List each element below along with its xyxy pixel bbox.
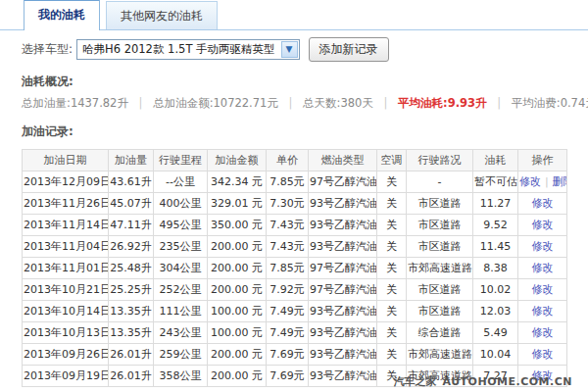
cell-operations: 修改 — [518, 279, 567, 301]
cell-volume: 25.48升 — [109, 258, 154, 279]
cell-cost: 100.00 元 — [208, 322, 267, 344]
cell-price: 7.69元 — [267, 344, 309, 366]
cell-price: 7.92元 — [267, 279, 309, 301]
table-row: 2013年10月21日25.25升252公里200.00 元7.92元97号乙醇… — [23, 279, 567, 301]
total-fuel-volume: 总加油量:1437.82升 — [22, 96, 128, 110]
col-header-price: 单价 — [267, 150, 309, 172]
cell-consumption: 5.49 — [473, 322, 518, 344]
cell-mileage: 111公里 — [154, 301, 208, 322]
table-row: 2013年11月04日26.92升235公里200.00 元7.43元93号乙醇… — [23, 236, 567, 258]
cell-ac: 关 — [377, 301, 407, 322]
cell-mileage: 243公里 — [154, 322, 208, 344]
car-model-select-value: 哈弗H6 2012款 1.5T 手动两驱精英型 — [82, 42, 275, 57]
cell-road: 市区道路 — [407, 236, 473, 258]
car-model-select[interactable]: 哈弗H6 2012款 1.5T 手动两驱精英型 ▼ — [76, 39, 300, 60]
cell-cost: 200.00 元 — [208, 366, 267, 387]
edit-link[interactable]: 修改 — [532, 348, 554, 361]
fuel-records-table: 加油日期 加油量 行驶里程 加油金额 单价 燃油类型 空调 行驶路况 油耗 操作… — [22, 149, 567, 387]
cell-fuel: 93号乙醇汽油 — [309, 301, 377, 322]
edit-link[interactable]: 修改 — [532, 219, 554, 231]
cell-volume: 13.35升 — [109, 322, 154, 344]
chevron-down-icon: ▼ — [281, 41, 298, 58]
cell-operations: 修改 — [518, 322, 567, 344]
cell-fuel: 97号乙醇汽油 — [309, 172, 377, 193]
table-row: 2013年11月26日45.07升400公里329.01 元7.30元93号乙醇… — [23, 193, 567, 215]
cell-price: 7.49元 — [267, 322, 309, 344]
total-days: 总天数:380天 — [303, 96, 373, 110]
cell-ac: 关 — [377, 344, 407, 366]
main-content: 选择车型: 哈弗H6 2012款 1.5T 手动两驱精英型 ▼ 添加新记录 油耗… — [0, 37, 588, 387]
cell-operations: 修改 — [518, 258, 567, 279]
cell-volume: 43.61升 — [109, 172, 154, 193]
cell-date: 2013年11月14日 — [23, 215, 109, 236]
cell-road: 市郊高速道路 — [407, 258, 473, 279]
cell-ac: 关 — [377, 172, 407, 193]
cell-ac: 关 — [377, 322, 407, 344]
cell-operations: 修改|删除 — [518, 172, 567, 193]
edit-link[interactable]: 修改 — [532, 283, 554, 296]
tab-my-fuel[interactable]: 我的油耗 — [24, 0, 100, 30]
cell-price: 7.43元 — [267, 215, 309, 236]
summary-line: 总加油量:1437.82升 | 总加油金额:10722.71元 | 总天数:38… — [22, 96, 566, 111]
cell-date: 2013年11月04日 — [23, 236, 109, 258]
edit-link[interactable]: 修改 — [532, 326, 554, 339]
delete-link[interactable]: 删除 — [553, 175, 567, 188]
cell-volume: 26.01升 — [109, 344, 154, 366]
edit-link[interactable]: 修改 — [532, 262, 554, 274]
cell-fuel: 93号乙醇汽油 — [309, 215, 377, 236]
cell-mileage: 358公里 — [154, 366, 208, 387]
cell-road: 市郊高速道路 — [407, 344, 473, 366]
cell-price: 7.30元 — [267, 193, 309, 215]
cell-fuel: 93号乙醇汽油 — [309, 344, 377, 366]
col-header-operations: 操作 — [518, 150, 567, 172]
cell-volume: 26.92升 — [109, 236, 154, 258]
cell-mileage: 235公里 — [154, 236, 208, 258]
autohome-logo-text: 汽车之家 — [394, 375, 437, 388]
summary-section-title: 油耗概况: — [22, 74, 566, 90]
cell-operations: 修改 — [518, 344, 567, 366]
tab-others-fuel[interactable]: 其他网友的油耗 — [106, 1, 218, 29]
cell-fuel: 93号乙醇汽油 — [309, 193, 377, 215]
add-record-button[interactable]: 添加新记录 — [309, 37, 389, 62]
cell-operations: 修改 — [518, 215, 567, 236]
cell-road: 市区道路 — [407, 301, 473, 322]
cell-mileage: 259公里 — [154, 344, 208, 366]
cell-fuel: 93号乙醇汽油 — [309, 322, 377, 344]
edit-link[interactable]: 修改 — [532, 305, 554, 318]
car-selector-row: 选择车型: 哈弗H6 2012款 1.5T 手动两驱精英型 ▼ 添加新记录 — [22, 37, 566, 61]
cell-cost: 329.01 元 — [208, 193, 267, 215]
edit-link[interactable]: 修改 — [519, 175, 541, 188]
cell-cost: 342.34 元 — [208, 172, 267, 193]
cell-fuel: 97号乙醇汽油 — [309, 258, 377, 279]
table-row: 2013年10月14日13.35升111公里100.00 元7.49元93号乙醇… — [23, 301, 567, 322]
cell-consumption: 10.02 — [473, 279, 518, 301]
summary-separator: | — [384, 96, 388, 110]
autohome-domain-text: AUTOHOME.COM.CN — [443, 375, 573, 388]
cell-price: 7.85元 — [267, 172, 309, 193]
cell-date: 2013年11月26日 — [23, 193, 109, 215]
cell-price: 7.69元 — [267, 366, 309, 387]
edit-link[interactable]: 修改 — [532, 197, 554, 210]
edit-link[interactable]: 修改 — [532, 240, 554, 253]
cell-date: 2013年10月14日 — [23, 301, 109, 322]
cell-road: - — [407, 172, 473, 193]
cell-cost: 350.00 元 — [208, 215, 267, 236]
cell-cost: 100.00 元 — [208, 301, 267, 322]
average-cost-per-km: 平均油费:0.74元/公里 — [512, 96, 588, 110]
cell-mileage: --公里 — [154, 172, 208, 193]
table-row: 2013年09月26日26.01升259公里200.00 元7.69元93号乙醇… — [23, 344, 567, 366]
cell-cost: 200.00 元 — [208, 236, 267, 258]
col-header-ac: 空调 — [377, 150, 407, 172]
cell-date: 2013年10月13日 — [23, 322, 109, 344]
cell-price: 7.85元 — [267, 258, 309, 279]
cell-road: 市区道路 — [407, 215, 473, 236]
cell-volume: 26.01升 — [109, 366, 154, 387]
cell-date: 2013年09月26日 — [23, 344, 109, 366]
header-row: 加油日期 加油量 行驶里程 加油金额 单价 燃油类型 空调 行驶路况 油耗 操作 — [23, 150, 567, 172]
records-tbody: 2013年12月09日43.61升--公里342.34 元7.85元97号乙醇汽… — [23, 172, 567, 387]
total-fuel-cost: 总加油金额:10722.71元 — [153, 96, 278, 110]
cell-ac: 关 — [377, 236, 407, 258]
summary-separator: | — [289, 96, 293, 110]
cell-operations: 修改 — [518, 236, 567, 258]
cell-date: 2013年12月09日 — [23, 172, 109, 193]
